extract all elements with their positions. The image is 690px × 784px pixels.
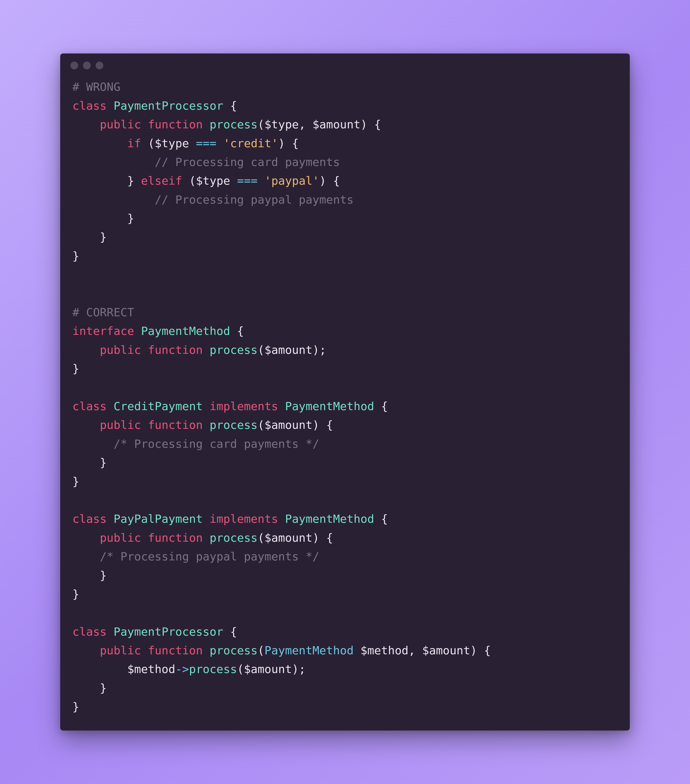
code-token: public — [100, 118, 141, 131]
code-token: } — [73, 569, 107, 582]
code-token: /* Processing paypal payments */ — [100, 550, 319, 563]
code-token: ( — [182, 174, 196, 187]
code-token — [73, 193, 155, 206]
code-token — [141, 644, 148, 657]
code-token — [107, 99, 114, 112]
code-token: function — [148, 118, 203, 131]
code-token — [203, 343, 210, 356]
code-token: PaymentMethod — [285, 512, 374, 525]
code-line: } elseif ($type === 'paypal') { — [73, 174, 340, 187]
code-token: PaymentMethod — [285, 400, 374, 413]
code-token: interface — [73, 324, 134, 338]
code-token — [203, 531, 210, 544]
code-line: public function process($amount) { — [73, 418, 333, 432]
code-token: $amount — [264, 343, 312, 356]
code-token — [73, 343, 100, 356]
code-token — [278, 512, 285, 525]
code-token: public — [100, 418, 141, 432]
code-token: { — [374, 512, 388, 525]
code-block[interactable]: # WRONG class PaymentProcessor { public … — [60, 71, 630, 730]
code-token: if — [127, 137, 141, 150]
code-token: ( — [258, 644, 264, 657]
window-close-dot[interactable] — [70, 62, 78, 69]
code-line: } — [73, 362, 79, 375]
code-token: class — [73, 512, 107, 525]
code-token: ( — [141, 137, 155, 150]
code-token: ); — [312, 343, 326, 356]
code-token: $amount — [244, 662, 292, 675]
code-token: ) { — [312, 531, 333, 544]
code-token: process — [210, 531, 258, 544]
code-token: ) { — [360, 118, 381, 131]
code-line: # WRONG — [73, 80, 121, 93]
code-token — [73, 118, 100, 131]
code-token: PaymentMethod — [264, 644, 353, 657]
code-token: $method — [360, 644, 408, 657]
code-token: elseif — [141, 174, 182, 187]
code-token: process — [210, 644, 258, 657]
code-line: public function process($amount); — [73, 343, 326, 356]
code-token — [107, 400, 114, 413]
window-maximize-dot[interactable] — [96, 62, 103, 69]
code-token: ); — [292, 662, 305, 675]
code-token: # WRONG — [73, 80, 121, 93]
code-line: /* Processing card payments */ — [73, 437, 319, 450]
code-token — [141, 118, 148, 131]
code-token: } — [73, 700, 79, 713]
code-token: CreditPayment — [114, 400, 203, 413]
code-token: /* Processing card payments */ — [114, 437, 319, 450]
code-line: class PayPalPayment implements PaymentMe… — [73, 512, 388, 525]
code-line: /* Processing paypal payments */ — [73, 550, 319, 563]
code-line: } — [73, 587, 79, 601]
code-token: === — [196, 137, 216, 150]
code-token: === — [237, 174, 258, 187]
code-token — [73, 418, 100, 432]
code-token — [73, 155, 155, 168]
code-token — [189, 137, 196, 150]
code-token: $type — [155, 137, 189, 150]
code-token: ( — [258, 418, 264, 432]
code-line: // Processing paypal payments — [73, 193, 353, 206]
code-token: public — [100, 644, 141, 657]
code-token: } — [73, 174, 141, 187]
code-token — [73, 550, 100, 563]
code-token: ( — [258, 118, 264, 131]
code-token — [73, 137, 127, 150]
code-token: PayPalPayment — [114, 512, 203, 525]
code-token: process — [210, 118, 258, 131]
code-token — [203, 418, 210, 432]
code-token: // Processing card payments — [155, 155, 340, 168]
code-token: function — [148, 644, 203, 657]
code-line: } — [73, 475, 79, 488]
code-token — [141, 343, 148, 356]
code-token: implements — [210, 400, 278, 413]
code-token — [258, 174, 264, 187]
code-token: public — [100, 531, 141, 544]
code-token: , — [408, 644, 422, 657]
code-token — [353, 644, 360, 657]
code-token: $amount — [264, 531, 312, 544]
code-line: public function process($type, $amount) … — [73, 118, 381, 131]
code-line: class PaymentProcessor { — [73, 99, 237, 112]
code-token: } — [73, 231, 107, 244]
code-line: } — [73, 456, 107, 469]
code-token: implements — [210, 512, 278, 525]
code-line: } — [73, 681, 107, 695]
code-token: class — [73, 99, 107, 112]
code-token — [73, 531, 100, 544]
code-token — [107, 625, 114, 638]
code-token: class — [73, 625, 107, 638]
code-line: # CORRECT — [73, 306, 134, 319]
code-token — [134, 324, 141, 338]
code-line: } — [73, 212, 134, 225]
code-line: class CreditPayment implements PaymentMe… — [73, 400, 388, 413]
code-token: PaymentProcessor — [114, 625, 223, 638]
code-token: process — [210, 418, 258, 432]
code-line: class PaymentProcessor { — [73, 625, 237, 638]
code-token: process — [189, 662, 237, 675]
code-line: } — [73, 249, 79, 262]
code-token: function — [148, 343, 203, 356]
window-minimize-dot[interactable] — [83, 62, 91, 69]
code-token — [216, 137, 223, 150]
code-token: } — [73, 475, 79, 488]
